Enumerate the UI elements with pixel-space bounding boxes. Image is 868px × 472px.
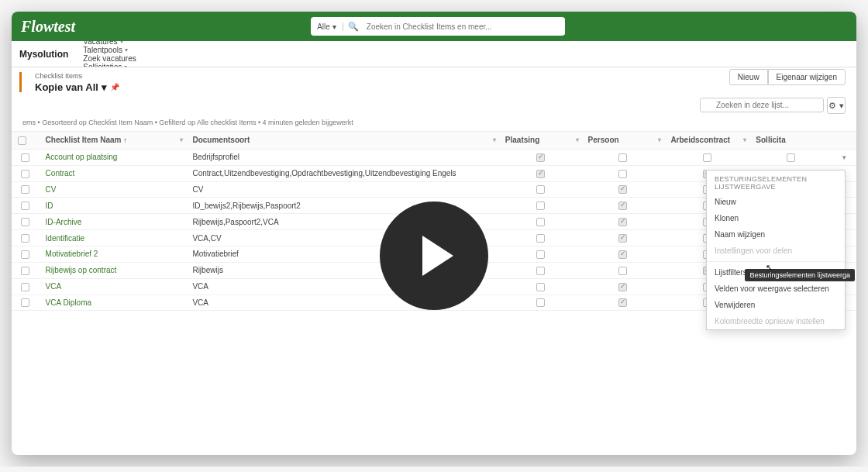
row-doc: CV [186,181,498,198]
menu-item[interactable]: Nieuw [707,194,845,210]
global-header: Flowtest Alle▾ 🔍 [12,12,856,41]
nav-tabbar: Mysolution HoofdpaginaChatterAccounts▾Zo… [12,41,856,67]
change-owner-button[interactable]: Eigenaar wijzigen [768,69,846,85]
list-view-name[interactable]: Kopie van All ▾ 📌 [35,81,119,93]
col-name[interactable]: Checklist Item Naam ↑▾ [40,132,187,150]
row-doc: Contract,Uitzendbevestiging,Opdrachtbeve… [186,165,498,181]
row-persoon-checkbox [618,185,627,194]
search-scope-selector[interactable]: Alle▾ [311,22,343,31]
app-window: Flowtest Alle▾ 🔍 Mysolution HoofdpaginaC… [12,12,856,455]
row-checkbox[interactable] [21,267,29,275]
row-checkbox[interactable] [21,202,29,210]
row-plaatsing-checkbox [536,298,545,307]
row-plaatsing-checkbox [536,153,545,162]
row-persoon-checkbox [618,170,627,178]
row-persoon-checkbox [618,202,627,210]
row-plaatsing-checkbox [536,202,545,210]
menu-item[interactable]: Naam wijzigen [707,226,845,243]
page-body: Checklist Items Kopie van All ▾ 📌 Nieuw … [12,67,856,455]
menu-item: Instellingen voor delen [707,243,845,259]
row-arbeidscontract-checkbox [703,153,711,162]
row-persoon-checkbox [618,267,627,275]
menu-item: Kolombreedte opnieuw instellen [707,313,845,329]
row-plaatsing-checkbox [536,218,545,226]
row-checkbox[interactable] [21,298,29,307]
row-checkbox[interactable] [21,170,29,178]
row-name-link[interactable]: VCA [40,278,187,295]
col-persoon[interactable]: Persoon▾ [582,132,665,150]
row-checkbox[interactable] [21,218,29,226]
row-checkbox[interactable] [21,283,29,291]
list-view-controls-menu: BESTURINGSELEMENTEN LIJSTWEERGAVE NieuwK… [706,170,846,330]
row-persoon-checkbox [618,250,627,259]
row-name-link[interactable]: Motivatiebrief 2 [40,246,187,263]
tooltip: Besturingselementen lijstweerga [745,269,855,281]
play-icon [422,236,453,276]
row-actions-button[interactable]: ▾ [842,153,846,161]
play-button[interactable] [380,202,488,310]
row-plaatsing-checkbox [536,170,545,178]
menu-item[interactable]: Velden voor weergave selecteren [707,281,845,297]
row-name-link[interactable]: ID [40,198,187,214]
app-name: Mysolution [19,49,68,60]
new-button[interactable]: Nieuw [729,69,768,85]
row-checkbox[interactable] [21,185,29,194]
row-persoon-checkbox [618,283,627,291]
global-search[interactable]: Alle▾ 🔍 [311,17,565,36]
select-all-checkbox[interactable] [18,136,26,145]
menu-item[interactable]: Klonen [707,210,845,226]
chevron-down-icon[interactable]: ▾ [180,136,183,143]
row-persoon-checkbox [618,153,627,162]
list-search-input[interactable] [700,98,824,112]
row-checkbox[interactable] [21,153,29,162]
row-name-link[interactable]: VCA Diploma [40,295,187,311]
row-name-link[interactable]: ID-Archive [40,214,187,230]
global-search-input[interactable] [363,18,565,35]
col-plaatsing[interactable]: Plaatsing▾ [499,132,582,150]
list-header: Checklist Items Kopie van All ▾ 📌 Nieuw … [12,67,856,97]
row-plaatsing-checkbox [536,267,545,275]
menu-title: BESTURINGSELEMENTEN LIJSTWEERGAVE [707,171,845,194]
col-doc[interactable]: Documentsoort▾ [186,132,498,150]
row-plaatsing-checkbox [536,283,545,291]
nav-tab[interactable]: Talentpools▾ [78,46,141,54]
object-label: Checklist Items [35,72,846,80]
row-sollicitatie-checkbox [787,153,795,162]
sort-asc-icon: ↑ [123,136,127,144]
object-accent [19,72,22,92]
row-persoon-checkbox [618,234,627,243]
pin-icon[interactable]: 📌 [110,83,119,91]
row-name-link[interactable]: CV [40,181,187,198]
chevron-down-icon[interactable]: ▾ [576,136,579,143]
row-plaatsing-checkbox [536,185,545,194]
chevron-down-icon[interactable]: ▾ [743,136,746,143]
header-actions: Nieuw Eigenaar wijzigen [729,69,846,85]
row-name-link[interactable]: Identificatie [40,230,187,246]
chevron-down-icon: ▾ [125,47,128,53]
row-persoon-checkbox [618,218,627,226]
chevron-down-icon: ▾ [102,81,107,93]
chevron-down-icon: ▾ [120,41,123,45]
col-sollicitatie[interactable]: Sollicita [749,132,832,150]
list-meta: ems • Gesorteerd op Checklist Item Naam … [12,117,856,131]
row-doc: Bedrijfsprofiel [186,149,498,165]
brand-logo: Flowtest [21,18,75,36]
chevron-down-icon[interactable]: ▾ [493,136,496,143]
row-checkbox[interactable] [21,234,29,243]
row-plaatsing-checkbox [536,250,545,259]
col-arbeidscontract[interactable]: Arbeidscontract▾ [664,132,749,150]
row-name-link[interactable]: Contract [40,165,187,181]
row-plaatsing-checkbox [536,234,545,243]
row-checkbox[interactable] [21,250,29,259]
nav-tab[interactable]: Zoek vacatures [78,54,141,63]
list-settings-button[interactable]: ⚙ ▾ [827,97,846,114]
row-persoon-checkbox [618,298,627,307]
list-controls: 🔍 ⚙ ▾ [12,97,856,117]
row-name-link[interactable]: Rijbewijs op contract [40,262,187,278]
row-name-link[interactable]: Account op plaatsing [40,149,187,165]
search-icon: 🔍 [343,22,363,32]
chevron-down-icon[interactable]: ▾ [658,136,661,143]
menu-item[interactable]: Verwijderen [707,297,845,313]
table-row: Account op plaatsingBedrijfsprofiel▾ [12,149,856,165]
